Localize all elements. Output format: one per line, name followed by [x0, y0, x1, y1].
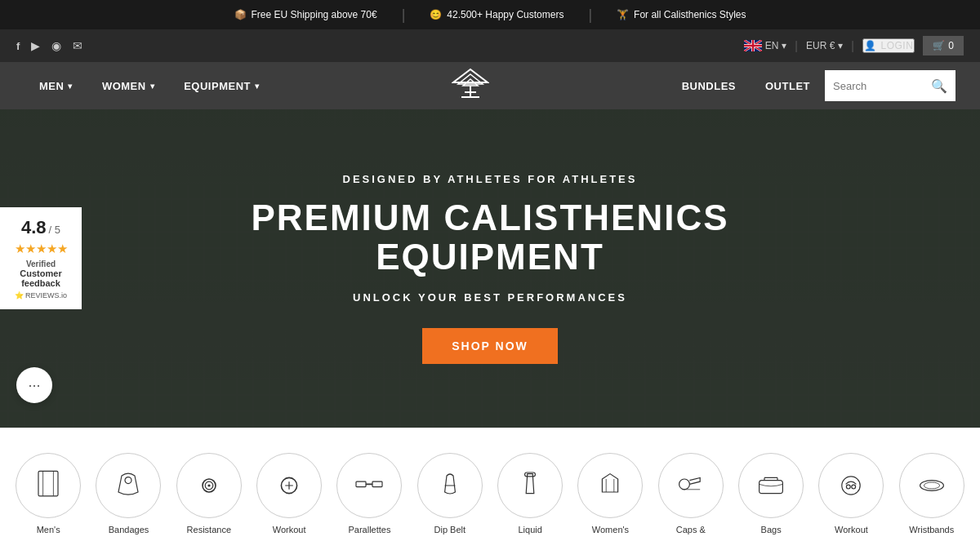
utility-right: EN ▾ | EUR € ▾ | 👤 LOGIN 🛒 0 [744, 36, 964, 55]
nav-left: MEN ▾ WOMEN ▾ EQUIPMENT ▾ [24, 62, 274, 109]
feedback-label: feedback [11, 278, 70, 288]
currency-chevron: ▾ [838, 40, 843, 51]
category-icon-3 [256, 453, 322, 518]
category-item-10[interactable]: Workout [811, 445, 891, 543]
search-box: 🔍 [825, 70, 956, 101]
svg-rect-12 [38, 471, 58, 495]
nav-center [274, 68, 666, 104]
hero-subtitle: DESIGNED BY ATHLETES FOR ATHLETES [251, 173, 728, 185]
instagram-link[interactable]: ◉ [51, 39, 61, 52]
category-item-5[interactable]: Dip Belt [410, 445, 490, 543]
utility-bar: f ▶ ◉ ✉ EN ▾ | EUR € ▾ | [0, 29, 980, 62]
category-item-6[interactable]: Liquid [490, 445, 570, 543]
svg-marker-1 [453, 69, 488, 82]
nav-bundles[interactable]: BUNDLES [667, 62, 751, 109]
svg-rect-21 [372, 481, 382, 486]
email-link[interactable]: ✉ [73, 39, 82, 52]
announcement-item-2: 😊 42.500+ Happy Customers [430, 9, 564, 20]
youtube-icon: ▶ [31, 39, 40, 52]
category-item-3[interactable]: Workout [249, 445, 329, 543]
category-item-8[interactable]: Caps & [651, 445, 731, 543]
verified-label: Verified [11, 259, 70, 268]
logo-link[interactable] [452, 68, 489, 104]
category-item-2[interactable]: Resistance [169, 445, 249, 543]
category-label-2: Resistance [187, 525, 231, 534]
cart-count: 0 [948, 40, 954, 51]
shop-now-label: SHOP NOW [452, 339, 528, 353]
language-selector[interactable]: EN ▾ [744, 40, 787, 51]
cart-icon: 🛒 [933, 40, 945, 51]
announcement-text-1: Free EU Shipping above 70€ [252, 9, 377, 20]
nav-outlet[interactable]: OUTLET [751, 62, 825, 109]
hero-title: PREMIUM CALISTHENICS EQUIPMENT [251, 198, 728, 277]
svg-point-33 [842, 477, 860, 495]
svg-point-35 [852, 485, 856, 489]
customer-label: Customer [11, 268, 70, 278]
category-label-5: Dip Belt [434, 525, 466, 534]
men-chevron-icon: ▾ [68, 82, 73, 91]
hero-section: 4.8 / 5 ★★★★★ Verified Customer feedback… [0, 109, 980, 428]
nav-right: BUNDLES OUTLET 🔍 [667, 62, 956, 109]
category-item-7[interactable]: Women's [570, 445, 650, 543]
nav-women[interactable]: WOMEN ▾ [87, 62, 169, 109]
shipping-icon: 📦 [234, 9, 247, 20]
announcement-item-1: 📦 Free EU Shipping above 70€ [234, 9, 377, 20]
hero-title-line1: PREMIUM CALISTHENICS [251, 197, 728, 237]
divider-2: | [851, 39, 854, 52]
category-label-1: Bandages [109, 525, 149, 534]
category-icon-10 [818, 453, 884, 518]
styles-icon: 🏋 [617, 9, 629, 20]
equipment-chevron-icon: ▾ [255, 82, 260, 91]
category-label-6: Liquid [518, 525, 541, 534]
category-section: Men's Bandages Resistance Workout Parall… [0, 428, 980, 550]
search-input[interactable] [833, 80, 931, 92]
announcement-bar: 📦 Free EU Shipping above 70€ | 😊 42.500+… [0, 0, 980, 29]
rating-of: / 5 [49, 224, 60, 236]
nav-men[interactable]: MEN ▾ [24, 62, 87, 109]
category-icon-0 [16, 453, 81, 518]
youtube-link[interactable]: ▶ [31, 39, 40, 52]
category-item-0[interactable]: Men's [8, 445, 88, 543]
customers-icon: 😊 [430, 9, 442, 20]
facebook-link[interactable]: f [16, 39, 20, 52]
search-icon: 🔍 [931, 79, 947, 93]
login-button[interactable]: 👤 LOGIN [862, 38, 915, 53]
social-icons: f ▶ ◉ ✉ [16, 39, 82, 52]
category-icon-9 [738, 453, 804, 518]
cart-button[interactable]: 🛒 0 [923, 36, 964, 55]
currency-selector[interactable]: EUR € ▾ [806, 40, 843, 51]
chat-button[interactable]: ··· [16, 367, 52, 403]
lang-chevron: ▾ [782, 40, 786, 51]
rating-stars: ★★★★★ [11, 242, 70, 256]
currency-label: EUR € [806, 40, 835, 51]
rating-score: 4.8 [21, 217, 47, 238]
category-icon-4 [336, 453, 402, 518]
category-icon-1 [96, 453, 161, 518]
category-label-8: Caps & [676, 525, 706, 534]
category-item-1[interactable]: Bandages [88, 445, 168, 543]
hero-content: DESIGNED BY ATHLETES FOR ATHLETES PREMIU… [251, 173, 728, 365]
separator-1: | [402, 7, 406, 24]
announcement-text-3: For all Calisthenics Styles [634, 9, 746, 20]
nav-equipment[interactable]: EQUIPMENT ▾ [169, 62, 274, 109]
hero-tagline: UNLOCK YOUR BEST PERFORMANCES [251, 291, 728, 304]
category-item-11[interactable]: Wristbands [892, 445, 972, 543]
announcement-item-3: 🏋 For all Calisthenics Styles [617, 9, 746, 20]
category-icon-7 [577, 453, 643, 518]
shop-now-button[interactable]: SHOP NOW [422, 328, 558, 364]
svg-point-37 [924, 482, 939, 489]
category-icon-2 [176, 453, 242, 518]
hero-title-line2: EQUIPMENT [376, 237, 604, 277]
reviews-badge: 4.8 / 5 ★★★★★ Verified Customer feedback… [0, 207, 82, 309]
category-label-10: Workout [835, 525, 868, 534]
category-item-9[interactable]: Bags [731, 445, 811, 543]
svg-point-27 [679, 479, 689, 490]
category-item-4[interactable]: Parallettes [329, 445, 409, 543]
category-icon-11 [899, 453, 964, 518]
search-button[interactable]: 🔍 [931, 78, 947, 94]
main-nav: MEN ▾ WOMEN ▾ EQUIPMENT ▾ BUNDLES [0, 62, 980, 109]
category-label-7: Women's [592, 525, 629, 534]
category-label-3: Workout [273, 525, 306, 534]
category-icon-5 [417, 453, 483, 518]
reviews-io-badge: ⭐ REVIEWS.io [11, 291, 70, 299]
